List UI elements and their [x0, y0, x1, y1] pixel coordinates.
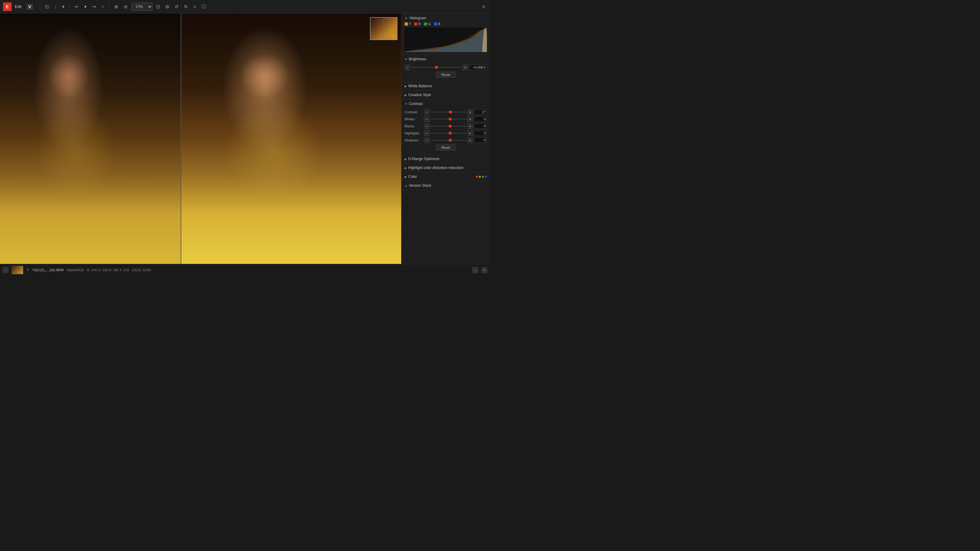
channel-g[interactable]: ✓ G [424, 22, 431, 26]
color-dot-green [482, 176, 484, 178]
color-dot-red [476, 176, 478, 178]
contrast-title: Contrast [409, 102, 423, 106]
panel-toggle-btn[interactable]: ▸ [481, 267, 488, 273]
shadows-plus-btn[interactable]: + [467, 137, 473, 143]
contrast-slider[interactable] [431, 110, 466, 114]
topbar: E Edit V ⊡ ↓ ▾ ↩ ▾ ↪ ▾ ⊕ ⊖ 17% 25% 50% 1… [0, 0, 490, 13]
shadows-minus-btn[interactable]: − [424, 137, 430, 143]
whites-plus-btn[interactable]: + [467, 116, 473, 122]
contrast-header[interactable]: ▼ Contrast [401, 100, 490, 108]
creative-style-chevron: ▶ [404, 94, 407, 97]
next-image-btn[interactable]: › [472, 267, 478, 273]
shadows-value-input[interactable] [474, 137, 487, 143]
fit-button[interactable]: ⊡ [154, 3, 162, 11]
contrast-slider-row: Contrast − + [404, 109, 487, 115]
app-icon: E [3, 2, 12, 11]
creative-style-section[interactable]: ▶ Creative Style [401, 91, 490, 100]
contrast-plus-btn[interactable]: + [467, 109, 473, 115]
prev-image-btn[interactable]: ‹ [2, 267, 9, 273]
contrast-value-input[interactable] [474, 109, 487, 115]
highlights-value-input[interactable] [474, 130, 487, 136]
open-button[interactable]: ⊡ [43, 3, 51, 11]
undo-button[interactable]: ↩ [73, 3, 81, 11]
edit-label: Edit [15, 4, 21, 9]
channel-b-label: B [438, 22, 441, 26]
separator-2 [70, 4, 70, 10]
whites-minus-btn[interactable]: − [424, 116, 430, 122]
blacks-thumb[interactable] [449, 125, 452, 128]
export-button[interactable]: ↓ [52, 3, 59, 10]
blacks-minus-btn[interactable]: − [424, 123, 430, 129]
white-balance-section[interactable]: ▶ White Balance [401, 82, 490, 91]
check-r-box[interactable]: ✓ [414, 22, 417, 26]
highlights-slider[interactable] [431, 131, 466, 135]
main-content: ▼ Histogram ✓ Y ✓ R ✓ G ✓ B [0, 13, 490, 264]
zoom-in-button[interactable]: ⊕ [112, 3, 120, 11]
rotate-right-button[interactable]: ↻ [182, 3, 190, 11]
brightness-thumb[interactable] [435, 66, 438, 69]
filename-label: *181121_...163.ARW [32, 268, 64, 272]
channel-y[interactable]: ✓ Y [404, 22, 411, 26]
check-b-box[interactable]: ✓ [434, 22, 438, 26]
crop-button[interactable]: ⌗ [192, 3, 198, 11]
contrast-minus-btn[interactable]: − [424, 109, 430, 115]
export-dropdown-button[interactable]: ▾ [60, 3, 67, 11]
redo-button[interactable]: ↪ [90, 3, 98, 11]
brightness-slider[interactable] [411, 65, 461, 70]
rotate-left-button[interactable]: ↺ [173, 3, 180, 11]
channel-r[interactable]: ✓ R [414, 22, 421, 26]
whites-thumb[interactable] [449, 118, 452, 121]
blacks-label: Blacks [404, 124, 423, 128]
check-g-box[interactable]: ✓ [424, 22, 427, 26]
highlights-thumb[interactable] [449, 132, 452, 135]
shadows-thumb[interactable] [449, 139, 452, 142]
blacks-plus-btn[interactable]: + [467, 123, 473, 129]
brightness-value-input[interactable] [469, 65, 487, 70]
brightness-title: Brightness [409, 57, 426, 61]
zoom-select[interactable]: 17% 25% 50% 100% [131, 3, 153, 11]
highlights-slider-row: Highlights − + [404, 130, 487, 136]
thumbnail-overlay [370, 17, 398, 40]
whites-slider[interactable] [431, 117, 466, 121]
creative-style-title: Creative Style [408, 93, 431, 97]
bottom-bar: ‹ ✕ *181121_...163.ARW AdobeRGB R: 244 G… [0, 264, 490, 275]
before-panel [0, 13, 181, 264]
check-y-box[interactable]: ✓ [404, 22, 408, 26]
close-thumbnail-btn[interactable]: ✕ [26, 268, 29, 272]
brightness-reset-btn[interactable]: Reset [436, 71, 455, 78]
color-chevron: ▶ [404, 175, 407, 178]
colorspace-label: AdobeRGB [67, 268, 84, 272]
histogram-header[interactable]: ▼ Histogram [404, 16, 487, 20]
contrast-thumb[interactable] [449, 111, 452, 114]
color-section[interactable]: ▶ Color [401, 172, 490, 181]
brightness-reset-container: Reset [404, 71, 487, 78]
highlight-reduction-section[interactable]: ▶ Highlight color distortion reduction [401, 164, 490, 172]
before-image [0, 13, 181, 264]
channel-b[interactable]: ✓ B [434, 22, 441, 26]
shadows-slider[interactable] [431, 138, 466, 142]
zoom-out-button[interactable]: ⊖ [122, 3, 130, 11]
brightness-slider-row: − + [404, 65, 487, 70]
whites-slider-row: Whites − + [404, 116, 487, 122]
whites-value-input[interactable] [474, 116, 487, 122]
brightness-track [411, 67, 461, 68]
info-button[interactable]: ⓘ [200, 2, 208, 11]
redo-dropdown-button[interactable]: ▾ [100, 3, 106, 11]
highlights-minus-btn[interactable]: − [424, 130, 430, 136]
highlight-reduction-chevron: ▶ [404, 166, 407, 170]
contrast-track [431, 112, 466, 112]
compare-button[interactable]: ⧉ [164, 3, 171, 11]
contrast-label: Contrast [404, 110, 423, 114]
undo-dropdown-button[interactable]: ▾ [83, 3, 89, 11]
brightness-plus-btn[interactable]: + [463, 65, 468, 70]
blacks-value-input[interactable] [474, 123, 487, 129]
version-stack-section[interactable]: ▲ Version Stack [401, 181, 490, 190]
highlights-plus-btn[interactable]: + [467, 130, 473, 136]
blacks-slider[interactable] [431, 124, 466, 128]
settings-button[interactable]: ≡ [480, 3, 487, 10]
d-range-section[interactable]: ▶ D-Range Optimizer [401, 155, 490, 164]
brightness-header[interactable]: ▼ Brightness [401, 55, 490, 64]
contrast-reset-btn[interactable]: Reset [436, 144, 455, 151]
canvas-area [0, 13, 401, 264]
brightness-minus-btn[interactable]: − [404, 65, 410, 70]
